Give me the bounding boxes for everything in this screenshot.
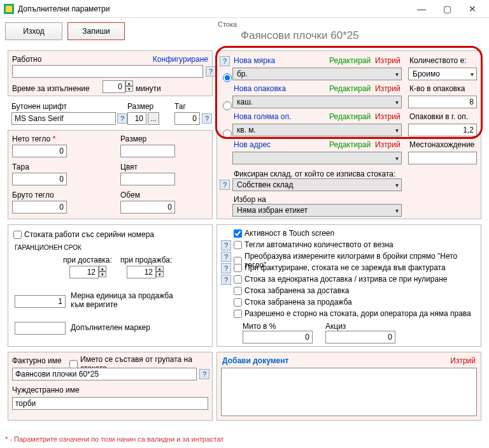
pack-select[interactable]: каш. (232, 96, 402, 108)
size2-label: Размер (120, 134, 146, 143)
ws-spinner[interactable]: ▴▾ (156, 266, 164, 277)
tag-label: Таг (174, 102, 186, 111)
help-weigh[interactable]: ? (221, 240, 231, 250)
tag-input[interactable]: 0 (174, 112, 200, 125)
big-select[interactable]: кв. м. (232, 124, 402, 136)
gross-label: Бруто тегло (12, 191, 54, 199)
help-noinv[interactable]: ? (221, 263, 231, 273)
pack-radio[interactable] (223, 101, 232, 110)
nodeliv-checkbox[interactable]: Стока забранена за доставка (234, 286, 349, 295)
location-label: Местонахождение (409, 140, 474, 149)
help-font[interactable]: ? (117, 113, 127, 124)
minutes-label: минути (136, 84, 161, 93)
packinbig-label: Опаковки в г. оп. (409, 112, 468, 121)
help-invname[interactable]: ? (199, 369, 209, 379)
new-addr-link[interactable]: Нов адрес (234, 140, 271, 149)
duty-input[interactable]: 0 (243, 331, 313, 343)
packinbig-input[interactable]: 1,2 (408, 124, 477, 136)
close-button[interactable]: ✕ (460, 1, 485, 17)
fontsize-ellipsis[interactable]: ... (148, 112, 159, 125)
edit-pack[interactable]: Редактирай (329, 84, 371, 93)
volume-input[interactable]: 0 (120, 201, 175, 213)
working-input[interactable] (12, 65, 203, 78)
gross-input[interactable]: 0 (12, 201, 67, 213)
excise-input[interactable]: 0 (325, 331, 395, 343)
unit-chain-label: Мерна единица за продажба към веригите (71, 291, 185, 309)
working-label: Работно (12, 55, 41, 64)
noinvoice-checkbox[interactable]: При фактуриране, стоката не се зарежда в… (234, 263, 446, 272)
app-icon (4, 4, 14, 14)
save-button[interactable]: Запиши (67, 22, 125, 40)
wd-spinner[interactable]: ▴▾ (99, 266, 106, 277)
warranty-label: ГАРАНЦИОНЕН СРОК (15, 244, 82, 251)
del-measure[interactable]: Изтрий (375, 56, 400, 65)
labelsel-label: Избор на (234, 195, 266, 204)
help-wh[interactable]: ? (220, 180, 230, 190)
weigh-checkbox[interactable]: Тегли автоматично количеството от везна (234, 240, 393, 249)
exectime-input[interactable]: 0 (103, 80, 125, 93)
onsale-label: при продажба: (120, 256, 172, 264)
help-convert[interactable]: ? (221, 252, 231, 262)
qtyinpack-input[interactable]: 8 (408, 96, 477, 108)
edit-big[interactable]: Редактирай (329, 112, 371, 121)
del-pack[interactable]: Изтрий (375, 84, 400, 93)
addr-select[interactable] (232, 152, 402, 164)
warranty-deliv-input[interactable]: 12 (69, 266, 99, 278)
minimize-button[interactable]: — (409, 1, 434, 17)
font-input[interactable]: MS Sans Serif (11, 112, 116, 125)
tara-label: Тара (12, 163, 29, 171)
stock-label: Стока (218, 20, 237, 28)
volume-label: Обем (120, 191, 140, 199)
del-addr[interactable]: Изтрий (375, 140, 400, 149)
footer-note: * - Параметрите означени по този начин с… (5, 435, 223, 443)
unit-chain-input[interactable]: 1 (15, 295, 66, 308)
btnfont-label: Бутонен шрифт (11, 102, 67, 111)
color-input[interactable] (120, 173, 175, 185)
new-pack-link[interactable]: Нова опаковка (234, 84, 286, 93)
doc-area[interactable] (221, 368, 477, 416)
window-title: Допълнителни параметри (18, 4, 409, 13)
fixedwh-label: Фиксиран склад, от който се изписва сток… (234, 170, 395, 178)
serial-checkbox[interactable]: Стоката работи със серийни номера (13, 230, 154, 239)
wh-select[interactable]: Собствен склад (232, 178, 402, 191)
color-label: Цвят (120, 163, 138, 171)
del-big[interactable]: Изтрий (375, 112, 400, 121)
foreign-label: Чуждестранно име (12, 386, 80, 394)
exectime-label: Време за изпълнение (12, 84, 90, 93)
new-big-link[interactable]: Нова голяма оп. (234, 112, 291, 121)
invname-input[interactable]: Фаянсови плочки 60*25 (12, 368, 197, 380)
exectime-spinner[interactable]: ▴▾ (125, 80, 133, 92)
help-tag[interactable]: ? (202, 113, 212, 124)
measure-select[interactable]: бр. (232, 68, 402, 80)
adddoc-link[interactable]: Добави документ (222, 356, 288, 365)
storno-checkbox[interactable]: Разрешено е сторно на стоката, дори опер… (234, 309, 471, 318)
help-working[interactable]: ? (206, 66, 216, 76)
size-label: Размер (127, 102, 153, 111)
fontsize-input[interactable]: 10 (127, 112, 146, 125)
net-label: Нето тегло * (12, 134, 55, 143)
nosale-checkbox[interactable]: Стока забранена за продажба (234, 298, 352, 307)
extra-marker-input[interactable] (15, 322, 66, 335)
edit-measure[interactable]: Редактирай (329, 56, 371, 65)
extra-marker-label: Допълнителен маркер (71, 323, 150, 332)
single-checkbox[interactable]: Стока за еднократна доставка / изтрива с… (234, 275, 447, 284)
foreign-input[interactable]: торби (12, 397, 208, 410)
tara-input[interactable]: 0 (12, 173, 67, 185)
deldoc-link[interactable]: Изтрий (450, 356, 476, 365)
help-measure[interactable]: ? (220, 56, 230, 66)
countable-select[interactable]: Броимо (408, 68, 477, 80)
help-single[interactable]: ? (221, 275, 231, 285)
edit-addr[interactable]: Редактирай (329, 140, 371, 149)
touch-checkbox[interactable]: Активност в Touch screen (234, 229, 334, 238)
new-measure-link[interactable]: Нова мярка (234, 56, 275, 65)
measure-radio[interactable] (223, 73, 232, 82)
size2-input[interactable] (120, 145, 175, 157)
configure-link[interactable]: Конфигуриране (153, 55, 208, 64)
big-radio[interactable] (223, 129, 232, 138)
warranty-sale-input[interactable]: 12 (127, 266, 156, 278)
net-input[interactable]: 0 (12, 145, 67, 157)
exit-button[interactable]: Изход (5, 22, 62, 40)
label-select[interactable]: Няма избран етикет (232, 204, 402, 217)
maximize-button[interactable]: ▢ (434, 1, 460, 17)
location-input[interactable] (408, 152, 477, 164)
